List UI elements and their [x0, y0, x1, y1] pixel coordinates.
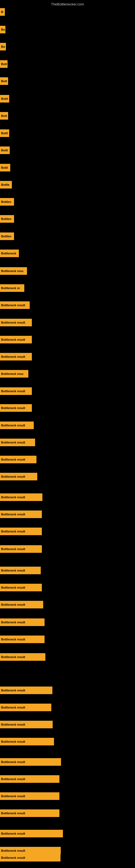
bar-item: Bottle: [0, 181, 12, 188]
bar-label: Bottleneck result: [1, 304, 25, 307]
bar-label: Bottleneck result: [1, 530, 25, 533]
bar-label: Bottl: [1, 97, 8, 100]
bar-label: Bottleneck result: [1, 569, 25, 572]
bar-label: Bottleneck result: [1, 812, 25, 815]
bar-label: Bottl: [1, 149, 8, 152]
bar-label: Bottleneck result: [1, 513, 25, 516]
bar-item: Bottleneck resu: [0, 267, 27, 275]
bar-label: Bottleneck result: [1, 638, 25, 641]
bar-item: Bottleneck result: [0, 422, 34, 429]
bar-item: Bottlen: [0, 232, 14, 240]
bar-item: Bottleneck resu: [0, 370, 28, 378]
bar-item: Bottl: [0, 147, 10, 154]
bar-label: Bo: [1, 45, 5, 48]
bar-item: Bottleneck result: [0, 847, 61, 855]
bar-item: Bottleneck result: [0, 704, 51, 711]
bar-label: Bottleneck result: [1, 740, 25, 743]
bar-label: Bottleneck result: [1, 655, 25, 659]
bar-item: Bottleneck result: [0, 456, 37, 463]
bar-item: Bottlen: [0, 198, 14, 206]
bar-label: Bottleneck result: [1, 586, 25, 589]
bar-item: Bottleneck: [0, 250, 19, 257]
bar-label: Bottleneck result: [1, 760, 25, 764]
bar-label: Bottleneck resu: [1, 372, 24, 375]
bar-label: Bottleneck result: [1, 849, 25, 852]
bar-label: Bottleneck result: [1, 621, 25, 624]
bar-label: Bottl: [1, 166, 8, 169]
bar-item: Bottleneck re: [0, 284, 24, 292]
bar-item: Bottleneck result: [0, 584, 42, 591]
bar-label: Bottleneck result: [1, 723, 25, 726]
bar-label: Bottleneck result: [1, 424, 25, 427]
bar-label: Bottleneck result: [1, 496, 25, 499]
bar-item: Bottl: [0, 129, 9, 137]
bar-item: Bott: [0, 112, 8, 120]
bar-item: Bo: [0, 26, 5, 33]
bar-label: Bottleneck result: [1, 355, 25, 358]
bar-item: Bottleneck result: [0, 686, 52, 694]
bar-item: Bottleneck result: [0, 809, 59, 817]
bar-label: Bottleneck result: [1, 832, 25, 835]
bar-item: Bottleneck result: [0, 336, 32, 343]
bar-label: Bottlen: [1, 200, 11, 204]
bar-label: Bottleneck result: [1, 458, 25, 461]
bar-item: Bottlen: [0, 215, 14, 223]
bar-item: Bottleneck result: [0, 301, 30, 309]
bar-item: Bottleneck result: [0, 653, 45, 661]
bar-label: Bo: [1, 28, 5, 31]
bar-label: Bottleneck result: [1, 475, 25, 478]
bar-label: Bottle: [1, 183, 9, 186]
bar-item: Bottleneck result: [0, 854, 60, 862]
bar-label: Bottlen: [1, 217, 11, 220]
bar-label: Bottleneck result: [1, 777, 25, 781]
bar-item: Bottleneck result: [0, 473, 37, 480]
bar-item: Bottleneck result: [0, 510, 42, 518]
bar-item: Bottleneck result: [0, 721, 53, 728]
bar-label: Bott: [1, 80, 7, 83]
bar-item: Bottleneck result: [0, 404, 32, 412]
bar-item: Bottleneck result: [0, 388, 32, 395]
bar-label: Bottleneck result: [1, 689, 25, 692]
bar-item: Bo: [0, 43, 6, 51]
bar-item: Bottleneck result: [0, 439, 35, 446]
site-title: TheBottlenecker.com: [51, 2, 84, 6]
bar-item: Bottleneck result: [0, 353, 32, 361]
bar-label: Bottlen: [1, 235, 11, 238]
bar-label: Bottleneck result: [1, 406, 25, 410]
bar-label: Bottleneck result: [1, 390, 25, 393]
bar-label: Bott: [1, 62, 7, 66]
bar-item: Bottleneck result: [0, 601, 43, 609]
bar-label: Bottleneck resu: [1, 269, 24, 273]
bar-item: Bottleneck result: [0, 636, 45, 643]
bar-item: Bottleneck result: [0, 775, 59, 783]
bar-label: Bottleneck: [1, 252, 16, 255]
bar-label: Bottleneck result: [1, 856, 25, 859]
bar-label: Bottleneck result: [1, 706, 25, 709]
bar-item: Bottleneck result: [0, 792, 59, 800]
bar-label: Bottleneck result: [1, 547, 25, 551]
bar-item: Bottleneck result: [0, 493, 42, 501]
bar-label: Bottleneck result: [1, 321, 25, 324]
bar-label: B: [1, 10, 3, 13]
bar-item: Bottleneck result: [0, 319, 32, 326]
bar-item: Bottleneck result: [0, 618, 45, 626]
bar-label: Bottleneck re: [1, 286, 20, 290]
bar-label: Bottleneck result: [1, 441, 25, 444]
bar-item: Bott: [0, 77, 8, 85]
bar-item: Bottl: [0, 164, 10, 172]
bar-label: Bottleneck result: [1, 603, 25, 606]
bar-item: Bottleneck result: [0, 738, 54, 745]
bar-item: Bottleneck result: [0, 758, 61, 766]
bar-item: B: [0, 8, 5, 16]
bar-item: Bottleneck result: [0, 545, 42, 553]
bar-label: Bott: [1, 114, 7, 118]
bar-label: Bottleneck result: [1, 795, 25, 798]
bar-item: Bott: [0, 60, 8, 68]
bar-item: Bottleneck result: [0, 528, 42, 535]
bar-item: Bottleneck result: [0, 567, 41, 574]
bar-item: Bottleneck result: [0, 830, 63, 837]
bar-item: Bottl: [0, 95, 9, 102]
bar-label: Bottleneck result: [1, 338, 25, 341]
bar-label: Bottl: [1, 131, 8, 135]
